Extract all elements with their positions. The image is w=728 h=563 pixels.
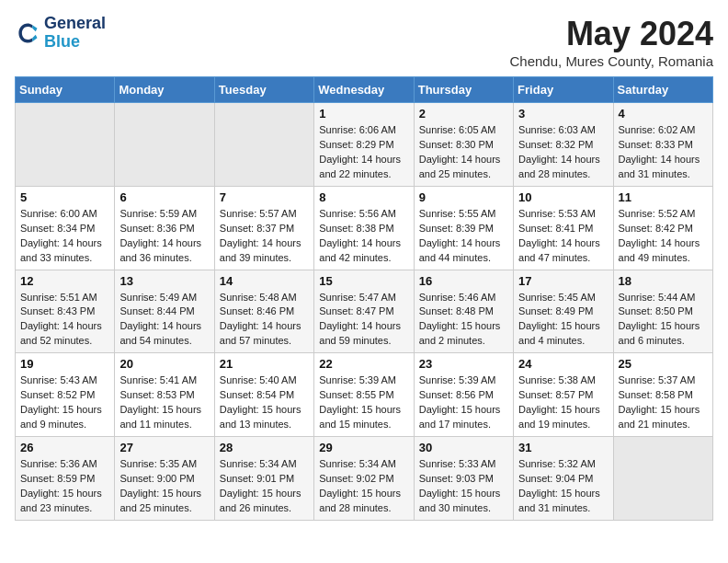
day-number: 10 bbox=[518, 190, 608, 204]
cell-info: Sunrise: 5:48 AMSunset: 8:46 PMDaylight:… bbox=[220, 291, 309, 350]
calendar-cell: 22Sunrise: 5:39 AMSunset: 8:55 PMDayligh… bbox=[314, 353, 414, 437]
cell-info: Sunrise: 5:38 AMSunset: 8:57 PMDaylight:… bbox=[518, 373, 608, 432]
cell-info: Sunrise: 5:37 AMSunset: 8:58 PMDaylight:… bbox=[619, 373, 708, 432]
calendar-cell: 29Sunrise: 5:34 AMSunset: 9:02 PMDayligh… bbox=[314, 437, 414, 521]
day-number: 20 bbox=[119, 357, 209, 371]
cell-info: Sunrise: 5:43 AMSunset: 8:52 PMDaylight:… bbox=[20, 373, 109, 432]
day-number: 21 bbox=[220, 357, 309, 371]
calendar-cell bbox=[16, 103, 115, 187]
cell-info: Sunrise: 5:34 AMSunset: 9:01 PMDaylight:… bbox=[220, 457, 309, 516]
cell-info: Sunrise: 5:39 AMSunset: 8:55 PMDaylight:… bbox=[319, 373, 408, 432]
day-number: 6 bbox=[119, 190, 209, 204]
calendar-cell: 4Sunrise: 6:02 AMSunset: 8:33 PMDaylight… bbox=[613, 103, 712, 187]
day-number: 9 bbox=[419, 190, 508, 204]
month-year-title: May 2024 bbox=[510, 15, 714, 53]
calendar-cell: 20Sunrise: 5:41 AMSunset: 8:53 PMDayligh… bbox=[115, 353, 214, 437]
day-number: 29 bbox=[319, 441, 408, 454]
calendar-cell: 9Sunrise: 5:55 AMSunset: 8:39 PMDaylight… bbox=[414, 186, 513, 270]
day-number: 5 bbox=[20, 190, 109, 204]
day-number: 7 bbox=[220, 190, 309, 204]
day-number: 31 bbox=[518, 441, 608, 454]
calendar-cell: 1Sunrise: 6:06 AMSunset: 8:29 PMDaylight… bbox=[314, 103, 414, 187]
day-number: 25 bbox=[619, 357, 708, 371]
calendar-week-row: 26Sunrise: 5:36 AMSunset: 8:59 PMDayligh… bbox=[16, 437, 713, 521]
day-number: 13 bbox=[119, 274, 209, 288]
cell-info: Sunrise: 5:34 AMSunset: 9:02 PMDaylight:… bbox=[319, 457, 408, 516]
day-number: 11 bbox=[619, 190, 708, 204]
calendar-week-row: 5Sunrise: 6:00 AMSunset: 8:34 PMDaylight… bbox=[16, 186, 713, 270]
cell-info: Sunrise: 5:35 AMSunset: 9:00 PMDaylight:… bbox=[119, 457, 209, 516]
calendar-cell: 7Sunrise: 5:57 AMSunset: 8:37 PMDaylight… bbox=[214, 186, 313, 270]
cell-info: Sunrise: 5:32 AMSunset: 9:04 PMDaylight:… bbox=[518, 457, 608, 516]
cell-info: Sunrise: 5:53 AMSunset: 8:41 PMDaylight:… bbox=[518, 207, 608, 266]
day-number: 26 bbox=[20, 441, 109, 454]
calendar-cell: 3Sunrise: 6:03 AMSunset: 8:32 PMDaylight… bbox=[514, 103, 613, 187]
calendar-cell: 11Sunrise: 5:52 AMSunset: 8:42 PMDayligh… bbox=[613, 186, 712, 270]
calendar-cell: 6Sunrise: 5:59 AMSunset: 8:36 PMDaylight… bbox=[115, 186, 214, 270]
column-header-tuesday: Tuesday bbox=[214, 77, 313, 103]
cell-info: Sunrise: 6:06 AMSunset: 8:29 PMDaylight:… bbox=[319, 123, 408, 182]
calendar-cell: 18Sunrise: 5:44 AMSunset: 8:50 PMDayligh… bbox=[613, 270, 712, 353]
cell-info: Sunrise: 5:56 AMSunset: 8:38 PMDaylight:… bbox=[319, 207, 408, 266]
calendar-cell: 15Sunrise: 5:47 AMSunset: 8:47 PMDayligh… bbox=[314, 270, 414, 353]
day-number: 23 bbox=[419, 357, 508, 371]
cell-info: Sunrise: 5:36 AMSunset: 8:59 PMDaylight:… bbox=[20, 457, 109, 516]
day-number: 14 bbox=[220, 274, 309, 288]
column-header-friday: Friday bbox=[514, 77, 613, 103]
calendar-cell: 28Sunrise: 5:34 AMSunset: 9:01 PMDayligh… bbox=[214, 437, 313, 521]
cell-info: Sunrise: 5:49 AMSunset: 8:44 PMDaylight:… bbox=[119, 291, 209, 350]
day-number: 17 bbox=[518, 274, 608, 288]
calendar-cell: 31Sunrise: 5:32 AMSunset: 9:04 PMDayligh… bbox=[514, 437, 613, 521]
cell-info: Sunrise: 5:45 AMSunset: 8:49 PMDaylight:… bbox=[518, 291, 608, 350]
cell-info: Sunrise: 6:05 AMSunset: 8:30 PMDaylight:… bbox=[419, 123, 508, 182]
calendar-cell: 25Sunrise: 5:37 AMSunset: 8:58 PMDayligh… bbox=[613, 353, 712, 437]
cell-info: Sunrise: 5:59 AMSunset: 8:36 PMDaylight:… bbox=[119, 207, 209, 266]
day-number: 28 bbox=[220, 441, 309, 454]
cell-info: Sunrise: 5:33 AMSunset: 9:03 PMDaylight:… bbox=[419, 457, 508, 516]
calendar-cell: 21Sunrise: 5:40 AMSunset: 8:54 PMDayligh… bbox=[214, 353, 313, 437]
day-number: 2 bbox=[419, 107, 508, 121]
calendar-cell: 8Sunrise: 5:56 AMSunset: 8:38 PMDaylight… bbox=[314, 186, 414, 270]
cell-info: Sunrise: 5:55 AMSunset: 8:39 PMDaylight:… bbox=[419, 207, 508, 266]
cell-info: Sunrise: 5:41 AMSunset: 8:53 PMDaylight:… bbox=[119, 373, 209, 432]
day-number: 19 bbox=[20, 357, 109, 371]
calendar-week-row: 1Sunrise: 6:06 AMSunset: 8:29 PMDaylight… bbox=[16, 103, 713, 187]
calendar-week-row: 12Sunrise: 5:51 AMSunset: 8:43 PMDayligh… bbox=[16, 270, 713, 353]
day-number: 27 bbox=[119, 441, 209, 454]
column-header-sunday: Sunday bbox=[16, 77, 115, 103]
column-header-monday: Monday bbox=[115, 77, 214, 103]
cell-info: Sunrise: 5:52 AMSunset: 8:42 PMDaylight:… bbox=[619, 207, 708, 266]
calendar-cell: 24Sunrise: 5:38 AMSunset: 8:57 PMDayligh… bbox=[514, 353, 613, 437]
calendar-cell: 12Sunrise: 5:51 AMSunset: 8:43 PMDayligh… bbox=[16, 270, 115, 353]
day-number: 1 bbox=[319, 107, 408, 121]
cell-info: Sunrise: 6:02 AMSunset: 8:33 PMDaylight:… bbox=[619, 123, 708, 182]
logo-icon bbox=[15, 20, 40, 46]
column-header-wednesday: Wednesday bbox=[314, 77, 414, 103]
calendar-cell: 16Sunrise: 5:46 AMSunset: 8:48 PMDayligh… bbox=[414, 270, 513, 353]
logo-line1: General bbox=[44, 15, 106, 33]
calendar-cell: 27Sunrise: 5:35 AMSunset: 9:00 PMDayligh… bbox=[115, 437, 214, 521]
calendar-cell: 13Sunrise: 5:49 AMSunset: 8:44 PMDayligh… bbox=[115, 270, 214, 353]
cell-info: Sunrise: 5:44 AMSunset: 8:50 PMDaylight:… bbox=[619, 291, 708, 350]
cell-info: Sunrise: 5:51 AMSunset: 8:43 PMDaylight:… bbox=[20, 291, 109, 350]
day-number: 12 bbox=[20, 274, 109, 288]
cell-info: Sunrise: 5:46 AMSunset: 8:48 PMDaylight:… bbox=[419, 291, 508, 350]
cell-info: Sunrise: 6:00 AMSunset: 8:34 PMDaylight:… bbox=[20, 207, 109, 266]
calendar-cell: 5Sunrise: 6:00 AMSunset: 8:34 PMDaylight… bbox=[16, 186, 115, 270]
column-header-thursday: Thursday bbox=[414, 77, 513, 103]
calendar-header-row: SundayMondayTuesdayWednesdayThursdayFrid… bbox=[16, 77, 713, 103]
day-number: 22 bbox=[319, 357, 408, 371]
calendar-cell: 26Sunrise: 5:36 AMSunset: 8:59 PMDayligh… bbox=[16, 437, 115, 521]
title-area: May 2024 Chendu, Mures County, Romania bbox=[510, 15, 714, 69]
cell-info: Sunrise: 5:57 AMSunset: 8:37 PMDaylight:… bbox=[220, 207, 309, 266]
logo: General Blue bbox=[15, 15, 106, 52]
calendar-cell bbox=[115, 103, 214, 187]
page-header: General Blue May 2024 Chendu, Mures Coun… bbox=[15, 15, 713, 69]
day-number: 16 bbox=[419, 274, 508, 288]
calendar-table: SundayMondayTuesdayWednesdayThursdayFrid… bbox=[15, 76, 713, 521]
day-number: 4 bbox=[619, 107, 708, 121]
calendar-cell: 14Sunrise: 5:48 AMSunset: 8:46 PMDayligh… bbox=[214, 270, 313, 353]
day-number: 15 bbox=[319, 274, 408, 288]
day-number: 30 bbox=[419, 441, 508, 454]
day-number: 8 bbox=[319, 190, 408, 204]
